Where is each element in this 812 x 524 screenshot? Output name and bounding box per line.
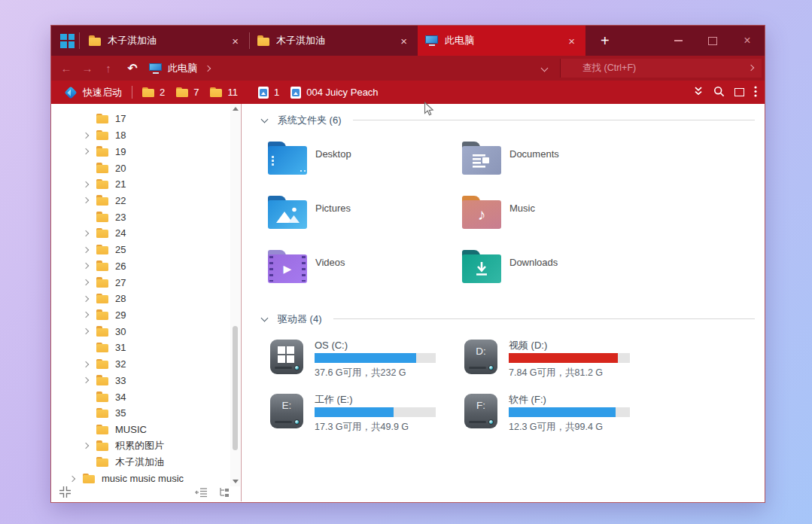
videos-folder-icon: ▶: [268, 250, 307, 283]
breadcrumb-chevron-icon[interactable]: [205, 65, 211, 71]
search-input[interactable]: 查找 (Ctrl+F): [560, 59, 762, 78]
tree-item[interactable]: 31: [51, 340, 230, 356]
tree-item[interactable]: music music music: [51, 471, 230, 486]
folder-item-documents[interactable]: Documents: [462, 142, 559, 175]
expand-chevron-icon[interactable]: [83, 132, 89, 138]
folder-icon: [96, 440, 108, 451]
tree-item[interactable]: 25: [51, 242, 230, 258]
tree-item[interactable]: 34: [51, 388, 230, 405]
tree-item[interactable]: 30: [51, 323, 230, 340]
tab-1[interactable]: 木子淇加油 ×: [81, 26, 249, 56]
tree-item[interactable]: 20: [51, 160, 230, 176]
tree-item[interactable]: MUSIC: [51, 422, 230, 438]
tree-item[interactable]: 33: [51, 373, 230, 389]
tab-this-pc-active[interactable]: 此电脑 ×: [418, 26, 585, 56]
tab-close-icon[interactable]: ×: [565, 34, 578, 48]
expand-chevron-icon[interactable]: [83, 246, 89, 252]
expand-chevron-icon[interactable]: [83, 197, 89, 203]
drive-led: [294, 365, 300, 370]
expand-chevron-icon[interactable]: [83, 328, 89, 334]
toolbar-shortcut-image[interactable]: 004 Juicy Peach: [290, 87, 378, 99]
tree-item[interactable]: 积累的图片: [51, 437, 230, 454]
collapse-all-icon[interactable]: [59, 486, 71, 501]
back-icon[interactable]: ←: [57, 56, 75, 81]
pictures-folder-icon: [268, 196, 307, 229]
folder-icon: [96, 228, 108, 239]
forward-icon[interactable]: →: [78, 56, 96, 81]
drive-item-e[interactable]: E: 工作 (E:) 17.3 G可用，共49.9 G: [270, 394, 436, 434]
tab-close-icon[interactable]: ×: [397, 34, 410, 48]
expand-chevron-icon[interactable]: [83, 279, 89, 285]
sidebar-bottom-bar: [51, 486, 241, 501]
tab-close-icon[interactable]: ×: [229, 34, 242, 48]
sidebar-scrollbar[interactable]: [230, 104, 240, 486]
tree-item[interactable]: 35: [51, 405, 230, 422]
scrollbar-thumb[interactable]: [233, 326, 238, 450]
expand-chevron-icon[interactable]: [83, 296, 89, 302]
folder-icon: [96, 343, 108, 353]
tree-item[interactable]: 24: [51, 225, 230, 242]
scroll-up-icon[interactable]: [233, 107, 239, 111]
quick-launch-label[interactable]: 快速启动: [83, 86, 122, 99]
scroll-down-icon[interactable]: [233, 480, 239, 483]
drive-item-f[interactable]: F: 软件 (F:) 12.3 G可用，共99.4 G: [464, 394, 630, 434]
undo-icon[interactable]: ↶: [123, 56, 141, 81]
windows-logo-icon[interactable]: [60, 34, 75, 48]
tree-item[interactable]: 17: [51, 111, 230, 127]
expand-chevron-icon[interactable]: [83, 443, 89, 449]
new-tab-button[interactable]: +: [596, 33, 614, 48]
tree-item[interactable]: 27: [51, 274, 230, 291]
search-go-icon[interactable]: [748, 65, 754, 71]
desktop-folder-icon: [268, 142, 307, 175]
tree-item[interactable]: 23: [51, 209, 230, 225]
tree-view-icon[interactable]: [219, 487, 230, 501]
expand-chevron-icon[interactable]: [83, 263, 89, 269]
tab-2[interactable]: 木子淇加油 ×: [250, 26, 418, 56]
folder-icon: [176, 87, 188, 98]
minimize-button[interactable]: [661, 26, 695, 56]
tree-item[interactable]: 19: [51, 143, 230, 160]
tree-item[interactable]: 28: [51, 291, 230, 307]
expand-chevron-icon[interactable]: [83, 361, 89, 367]
preview-pane-icon[interactable]: [734, 88, 744, 96]
toolbar-shortcut-folder[interactable]: 11: [210, 87, 238, 98]
maximize-button[interactable]: [695, 26, 730, 56]
tree-item[interactable]: 18: [51, 127, 230, 144]
tree-item[interactable]: 21: [51, 176, 230, 193]
drive-item-d[interactable]: D: 视频 (D:) 7.84 G可用，共81.2 G: [464, 340, 630, 379]
tree-item[interactable]: 22: [51, 193, 230, 209]
toolbar-shortcut-image[interactable]: 1: [258, 87, 279, 99]
collapse-section-icon[interactable]: [261, 314, 269, 321]
up-icon[interactable]: ↑: [99, 56, 117, 81]
expand-chevron-icon[interactable]: [69, 475, 75, 481]
expand-chevron-icon[interactable]: [83, 312, 89, 318]
toolbar-shortcut-folder[interactable]: 2: [142, 87, 165, 98]
tree-item[interactable]: 26: [51, 257, 230, 274]
folder-item-videos[interactable]: ▶ Videos: [268, 250, 345, 283]
breadcrumb-location[interactable]: 此电脑: [168, 62, 197, 75]
folder-item-downloads[interactable]: Downloads: [462, 250, 558, 283]
tree-item[interactable]: 32: [51, 356, 230, 373]
tree-item[interactable]: 29: [51, 307, 230, 324]
outdent-list-icon[interactable]: [195, 487, 208, 501]
folder-item-pictures[interactable]: Pictures: [268, 196, 351, 229]
breadcrumb[interactable]: 此电脑: [149, 56, 210, 81]
search-icon[interactable]: [713, 86, 725, 99]
quick-launch-icon[interactable]: [65, 86, 78, 99]
expand-chevron-icon[interactable]: [83, 148, 89, 154]
close-button[interactable]: ×: [730, 26, 765, 56]
toolbar-shortcut-folder[interactable]: 7: [176, 87, 199, 98]
folder-item-desktop[interactable]: Desktop: [268, 142, 351, 175]
tree-item[interactable]: 木子淇加油: [51, 454, 230, 471]
address-dropdown-icon[interactable]: [534, 56, 554, 81]
expand-chevron-icon[interactable]: [83, 377, 89, 383]
folder-item-music[interactable]: ♪ Music: [462, 196, 535, 229]
double-chevron-down-icon[interactable]: [693, 86, 704, 99]
capacity-bar-fill: [509, 353, 618, 363]
file-explorer-window: 木子淇加油 × 木子淇加油 × 此电脑 × + × ← → ↑ ↶ 此电脑: [50, 25, 765, 503]
collapse-section-icon[interactable]: [261, 115, 269, 123]
expand-chevron-icon[interactable]: [83, 181, 89, 187]
more-options-icon[interactable]: [754, 86, 757, 99]
expand-chevron-icon[interactable]: [83, 230, 89, 236]
drive-item-c[interactable]: OS (C:) 37.6 G可用，共232 G: [270, 340, 436, 379]
